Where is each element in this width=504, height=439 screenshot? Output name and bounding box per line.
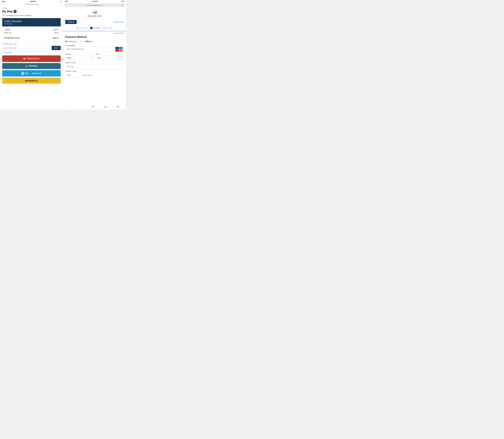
carrier-left: AT&T: [2, 1, 5, 2]
credit-card-label: Credit Card: [68, 40, 77, 42]
security-code-label: SECURITY CODE *: [65, 71, 124, 72]
vv-brand-name: vineyard vines: [65, 15, 124, 17]
url-bar-right[interactable]: 🔒 vineyardvines.com ↻: [64, 3, 125, 7]
order-summary-title: Order Summary: [4, 20, 59, 23]
lock-icon-left: 🔒: [25, 4, 26, 5]
promo-chevron-icon: ∨: [2, 43, 3, 45]
whats-this-label: What's this?: [83, 74, 91, 76]
subtotal-row: Subtotal $226.00: [4, 28, 59, 31]
lock-icon-right: 🔒: [87, 4, 88, 6]
gift-chevron-icon: ›: [2, 52, 3, 53]
step-circle-3: 3: [103, 27, 106, 29]
promo-apply-button[interactable]: APPLY: [52, 46, 61, 50]
paypal-radio[interactable]: [80, 40, 82, 43]
promo-code-input[interactable]: [2, 46, 51, 50]
express-checkout-button[interactable]: 🐋 EXPRESS: [2, 63, 61, 69]
expires-col: EXPIRES * Month January February March A…: [65, 53, 94, 60]
month-select-wrapper: Month January February March April May J…: [65, 56, 94, 60]
step-review[interactable]: 3 REVIEW: [103, 27, 112, 29]
tax-label: Sales Tax: [4, 32, 11, 34]
year-select[interactable]: 2018 2019 2020 2021 2022 2023: [95, 56, 124, 60]
breadcrumb[interactable]: Home ›: [2, 7, 61, 9]
status-bar-left: AT&T 8:56 PM ■: [0, 0, 63, 3]
url-bar-left[interactable]: 🔒 vineyardvines.com: [0, 3, 63, 6]
amazon-pay-button[interactable]: amazon pay: [2, 78, 61, 84]
time-left: 8:56 PM: [30, 1, 36, 2]
credit-card-option[interactable]: Credit Card: [65, 40, 77, 43]
page-title: My Bag 2: [2, 10, 61, 13]
share-button[interactable]: ⬆: [90, 105, 96, 109]
whats-this-chevron-icon: ∨: [91, 74, 93, 76]
promo-section: ∨ Apply promo code... APPLY: [2, 43, 61, 50]
visa-icon: VISA: [115, 47, 119, 49]
order-details: Subtotal $226.00 Sales Tax $0.00 ESTIMAT…: [2, 26, 61, 41]
credit-card-radio[interactable]: [65, 40, 67, 43]
bookmarks-button[interactable]: 📖: [102, 105, 109, 109]
card-number-required: *: [76, 45, 76, 46]
checkout-button-label: CHECKOUT: [27, 58, 40, 60]
checkout-button[interactable]: 🛍 CHECKOUT: [2, 55, 61, 62]
tax-value: $0.00: [55, 32, 59, 34]
step-label-payment: PAYMENT: [93, 27, 101, 29]
gift-section[interactable]: › Is this a gift?: [2, 52, 61, 53]
card-number-container: VISA AMEX MC DISC: [65, 47, 124, 52]
card-number-label: CARD NUMBER *: [65, 45, 124, 46]
battery-icons-left: ■: [60, 1, 61, 2]
right-content: Required Field * Payment Method Credit C…: [63, 31, 126, 104]
vv-logo-section: 🐋 vineyard vines: [63, 8, 126, 18]
total-label: ESTIMATED TOTAL*: [4, 37, 20, 39]
paypal-logo-p: Pay: [86, 40, 89, 43]
card-number-input[interactable]: [65, 47, 124, 52]
status-bar-right: AT&T 6:03 PM 57%: [63, 0, 126, 3]
paypal-option[interactable]: P PayPal: [80, 40, 92, 43]
required-asterisk: *: [123, 33, 124, 34]
right-panel: AT&T 6:03 PM 57% 🔒 vineyardvines.com ↻ 🐋…: [63, 0, 126, 110]
name-on-card-input[interactable]: [65, 64, 124, 69]
phone-number[interactable]: 1-800-892-4982: [113, 21, 124, 23]
express-whale-icon: 🐋: [25, 65, 28, 67]
battery-icon-left: ■: [60, 1, 61, 2]
step-circle-2: 2: [90, 27, 93, 29]
back-button[interactable]: ‹: [68, 105, 73, 109]
sign-in-button[interactable]: SIGN IN: [65, 20, 77, 24]
time-right: 6:03 PM: [92, 1, 97, 2]
required-field-note: Required Field *: [65, 33, 124, 34]
paypal-checkout-button[interactable]: P PayPal Check out: [2, 70, 61, 76]
total-value: $226.00: [52, 37, 59, 39]
payment-options: Credit Card P PayPal: [65, 40, 124, 43]
paypal-checkout-suffix: Check out: [32, 72, 41, 74]
checkout-steps: 1 SHIPPING 2 PAYMENT 3 REVIEW: [63, 25, 126, 31]
express-button-label: EXPRESS: [29, 65, 38, 67]
security-col: [65, 73, 81, 77]
name-on-card-section: NAME ON CARD *: [65, 62, 124, 71]
whale-icon-shipping: 🐳: [2, 14, 4, 17]
discover-icon: DISC: [119, 49, 123, 52]
tabs-button[interactable]: ⧉: [115, 105, 121, 109]
promo-toggle-label: Apply promo code...: [4, 43, 18, 45]
whats-this-link[interactable]: What's this? ∨: [83, 74, 93, 77]
card-icons: VISA AMEX MC DISC: [115, 47, 123, 52]
year-col: YEAR * 2018 2019 2020 2021 2022 2023 ∨: [95, 53, 124, 60]
paypal-p-badge: P: [83, 40, 85, 43]
expires-label: EXPIRES *: [65, 53, 94, 55]
step-payment[interactable]: 2 PAYMENT: [90, 27, 101, 29]
security-code-section: SECURITY CODE * What's this? ∨: [65, 71, 124, 77]
step-shipping[interactable]: 1 SHIPPING: [77, 27, 87, 29]
promo-toggle[interactable]: ∨ Apply promo code...: [2, 43, 61, 45]
url-text-left[interactable]: vineyardvines.com: [26, 3, 38, 5]
expires-year-row: EXPIRES * Month January February March A…: [65, 53, 124, 60]
carrier-right: AT&T: [65, 1, 68, 2]
paypal-logo-pal: Pal: [89, 40, 92, 43]
security-row: What's this? ∨: [65, 73, 124, 77]
reload-button[interactable]: ↻: [121, 4, 123, 6]
paypal-logo: PayPal: [86, 40, 92, 43]
breadcrumb-home[interactable]: Home: [2, 7, 6, 9]
sign-in-row: SIGN IN 1-800-892-4982: [63, 18, 126, 25]
month-select[interactable]: Month January February March April May J…: [65, 56, 94, 60]
security-code-input[interactable]: [65, 73, 81, 77]
forward-button[interactable]: ›: [79, 105, 84, 109]
order-summary-subtitle: 2 items total: [4, 23, 59, 25]
year-label: YEAR *: [95, 53, 124, 55]
total-row: ESTIMATED TOTAL* $226.00: [4, 36, 59, 39]
subtotal-value: $226.00: [53, 29, 59, 31]
